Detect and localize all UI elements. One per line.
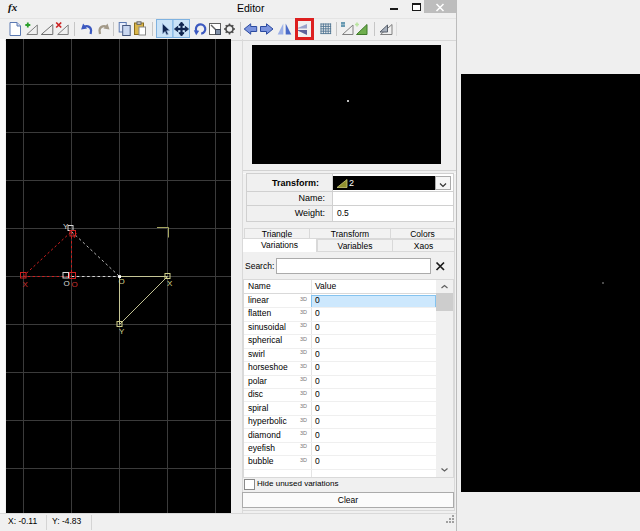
svg-text:X: X	[23, 280, 29, 289]
svg-text:Y: Y	[119, 327, 125, 336]
svg-text:Y: Y	[63, 222, 69, 231]
svg-text:O: O	[119, 277, 125, 286]
svg-text:Y: Y	[72, 231, 78, 240]
svg-text:O: O	[72, 280, 78, 289]
svg-text:X: X	[167, 279, 173, 288]
svg-text:O: O	[64, 279, 70, 288]
